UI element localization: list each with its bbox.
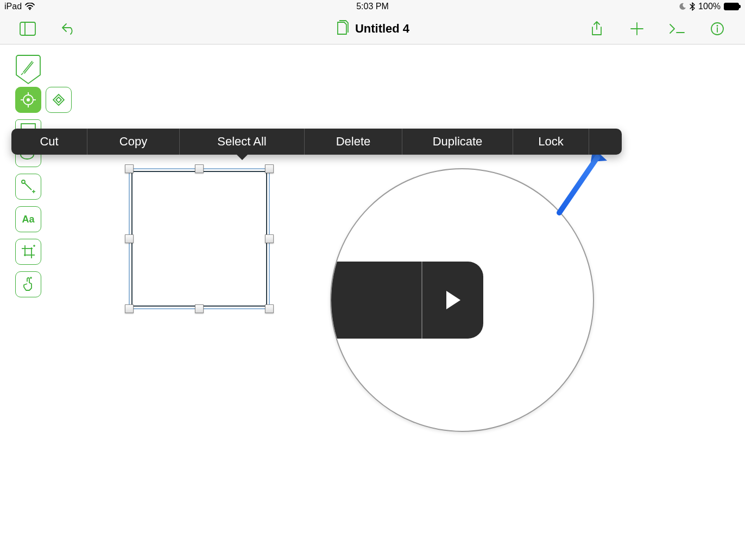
- svg-point-23: [22, 180, 25, 183]
- app-toolbar: Untitled 4: [0, 13, 745, 44]
- tool-palette: Aa: [15, 54, 72, 297]
- line-tool[interactable]: [15, 174, 41, 200]
- crop-tool[interactable]: [15, 239, 41, 265]
- magnified-more-button: [422, 262, 483, 339]
- context-menu-caret: [236, 154, 248, 160]
- ctx-lock[interactable]: Lock: [513, 129, 589, 155]
- svg-line-38: [559, 157, 597, 213]
- ctx-copy[interactable]: Copy: [87, 129, 180, 155]
- battery-icon: [724, 3, 739, 10]
- svg-rect-1: [20, 22, 35, 35]
- ctx-duplicate[interactable]: Duplicate: [402, 129, 513, 155]
- touch-tool[interactable]: [15, 271, 41, 297]
- resize-handle-tm[interactable]: [195, 164, 204, 173]
- wifi-icon: [25, 3, 35, 10]
- diamond-tool[interactable]: [46, 87, 72, 113]
- document-title[interactable]: Untitled 4: [355, 22, 409, 36]
- svg-marker-36: [446, 291, 460, 309]
- text-tool[interactable]: Aa: [15, 206, 41, 232]
- svg-point-12: [27, 98, 30, 101]
- resize-handle-ml[interactable]: [125, 234, 134, 243]
- svg-point-0: [29, 9, 31, 10]
- ctx-cut[interactable]: Cut: [11, 129, 87, 155]
- selected-shape[interactable]: [126, 166, 273, 312]
- battery-percent-label: 100%: [698, 2, 721, 11]
- annotation-arrow-icon: [548, 148, 608, 218]
- sidebar-toggle-button[interactable]: [20, 21, 36, 37]
- rectangle-shape[interactable]: [131, 171, 267, 307]
- svg-point-7: [717, 25, 718, 27]
- ctx-delete[interactable]: Delete: [305, 129, 402, 155]
- ctx-more-button[interactable]: [589, 129, 622, 155]
- canvas[interactable]: Aa Cut Copy Select All Delete Duplicate …: [0, 44, 745, 560]
- bluetooth-icon: [690, 2, 695, 11]
- text-tool-label: Aa: [22, 214, 34, 225]
- pen-tool[interactable]: [15, 54, 41, 80]
- device-label: iPad: [4, 2, 22, 11]
- resize-handle-mr[interactable]: [265, 234, 274, 243]
- console-button[interactable]: [669, 21, 685, 37]
- target-tool[interactable]: [15, 87, 41, 113]
- resize-handle-tl[interactable]: [125, 164, 134, 173]
- ios-status-bar: iPad 5:03 PM 100%: [0, 0, 745, 13]
- resize-handle-bl[interactable]: [125, 304, 134, 313]
- add-button[interactable]: [629, 21, 645, 37]
- svg-line-24: [25, 183, 32, 190]
- svg-rect-17: [53, 94, 64, 105]
- info-button[interactable]: [709, 21, 725, 37]
- document-icon: [336, 19, 350, 39]
- resize-handle-tr[interactable]: [265, 164, 274, 173]
- ctx-select-all[interactable]: Select All: [180, 129, 305, 155]
- resize-handle-bm[interactable]: [195, 304, 204, 313]
- clock-label: 5:03 PM: [356, 2, 389, 11]
- magnifier-callout: [330, 168, 594, 432]
- share-button[interactable]: [589, 21, 605, 37]
- magnified-menu-segment: [330, 262, 422, 339]
- context-menu: Cut Copy Select All Delete Duplicate Loc…: [11, 129, 622, 155]
- resize-handle-br[interactable]: [265, 304, 274, 313]
- do-not-disturb-icon: [679, 3, 686, 10]
- undo-button[interactable]: [60, 21, 76, 37]
- svg-rect-18: [56, 97, 61, 103]
